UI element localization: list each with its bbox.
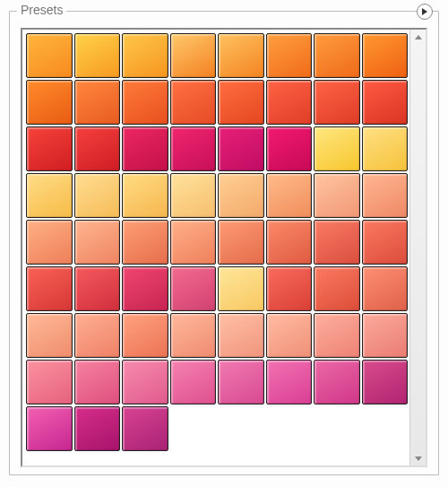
- gradient-swatch[interactable]: [74, 313, 121, 358]
- gradient-swatch[interactable]: [122, 406, 168, 451]
- gradient-swatch[interactable]: [266, 33, 313, 78]
- gradient-swatch[interactable]: [314, 220, 360, 265]
- gradient-swatch[interactable]: [26, 360, 73, 404]
- gradient-swatch[interactable]: [122, 360, 168, 404]
- gradient-swatch[interactable]: [362, 220, 409, 265]
- gradient-swatch[interactable]: [122, 126, 168, 171]
- gradient-swatch[interactable]: [218, 266, 264, 311]
- gradient-swatch[interactable]: [74, 406, 121, 451]
- presets-panel: Presets: [9, 11, 439, 475]
- presets-well: [21, 28, 427, 467]
- gradient-swatch[interactable]: [74, 360, 121, 404]
- chevron-up-icon: [415, 35, 422, 39]
- gradient-swatch[interactable]: [74, 80, 121, 125]
- gradient-swatch[interactable]: [314, 313, 360, 358]
- scroll-up-button[interactable]: [410, 30, 426, 44]
- gradient-swatch[interactable]: [314, 266, 360, 311]
- gradient-swatch[interactable]: [170, 173, 217, 218]
- gradient-swatch[interactable]: [266, 360, 313, 404]
- gradient-swatch[interactable]: [362, 313, 409, 358]
- gradient-swatch[interactable]: [26, 220, 73, 265]
- gradient-swatch[interactable]: [170, 313, 217, 358]
- gradient-swatch[interactable]: [218, 33, 264, 78]
- gradient-swatch[interactable]: [170, 220, 217, 265]
- gradient-swatch[interactable]: [266, 126, 313, 171]
- gradient-swatch[interactable]: [314, 33, 360, 78]
- gradient-swatch[interactable]: [218, 173, 264, 218]
- scroll-down-button[interactable]: [410, 451, 426, 465]
- panel-flyout-button[interactable]: [417, 4, 433, 20]
- gradient-swatch[interactable]: [26, 406, 73, 451]
- gradient-swatch[interactable]: [170, 126, 217, 171]
- gradient-swatch[interactable]: [74, 173, 121, 218]
- gradient-swatch[interactable]: [314, 126, 360, 171]
- gradient-swatch[interactable]: [122, 173, 168, 218]
- gradient-swatch[interactable]: [170, 80, 217, 125]
- gradient-swatch[interactable]: [266, 220, 313, 265]
- gradient-swatch[interactable]: [362, 126, 409, 171]
- vertical-scrollbar[interactable]: [409, 30, 426, 465]
- gradient-swatch[interactable]: [170, 360, 217, 404]
- swatch-grid-viewport: [22, 30, 409, 465]
- gradient-swatch[interactable]: [26, 80, 73, 125]
- gradient-swatch[interactable]: [122, 33, 168, 78]
- panel-title: Presets: [17, 3, 66, 17]
- gradient-swatch[interactable]: [74, 220, 121, 265]
- gradient-swatch[interactable]: [218, 80, 264, 125]
- gradient-swatch[interactable]: [362, 266, 409, 311]
- gradient-swatch[interactable]: [362, 80, 409, 125]
- gradient-swatch[interactable]: [122, 220, 168, 265]
- gradient-swatch[interactable]: [362, 360, 409, 404]
- gradient-swatch[interactable]: [26, 33, 73, 78]
- gradient-swatch[interactable]: [170, 33, 217, 78]
- gradient-swatch[interactable]: [218, 126, 264, 171]
- gradient-swatch[interactable]: [218, 313, 264, 358]
- gradient-swatch[interactable]: [314, 360, 360, 404]
- gradient-swatch[interactable]: [314, 80, 360, 125]
- gradient-swatch[interactable]: [74, 266, 121, 311]
- gradient-swatch[interactable]: [218, 360, 264, 404]
- swatch-grid: [26, 33, 408, 451]
- gradient-swatch[interactable]: [314, 173, 360, 218]
- gradient-swatch[interactable]: [26, 126, 73, 171]
- gradient-swatch[interactable]: [74, 33, 121, 78]
- chevron-down-icon: [415, 457, 422, 461]
- gradient-swatch[interactable]: [26, 266, 73, 311]
- gradient-swatch[interactable]: [122, 266, 168, 311]
- gradient-swatch[interactable]: [266, 266, 313, 311]
- gradient-swatch[interactable]: [362, 173, 409, 218]
- gradient-swatch[interactable]: [122, 80, 168, 125]
- triangle-right-icon: [421, 8, 428, 15]
- gradient-swatch[interactable]: [74, 126, 121, 171]
- gradient-swatch[interactable]: [26, 313, 73, 358]
- gradient-swatch[interactable]: [26, 173, 73, 218]
- gradient-swatch[interactable]: [218, 220, 264, 265]
- scroll-track[interactable]: [410, 44, 426, 451]
- gradient-swatch[interactable]: [362, 33, 409, 78]
- gradient-swatch[interactable]: [266, 313, 313, 358]
- gradient-swatch[interactable]: [266, 80, 313, 125]
- gradient-swatch[interactable]: [122, 313, 168, 358]
- gradient-swatch[interactable]: [170, 266, 217, 311]
- gradient-swatch[interactable]: [266, 173, 313, 218]
